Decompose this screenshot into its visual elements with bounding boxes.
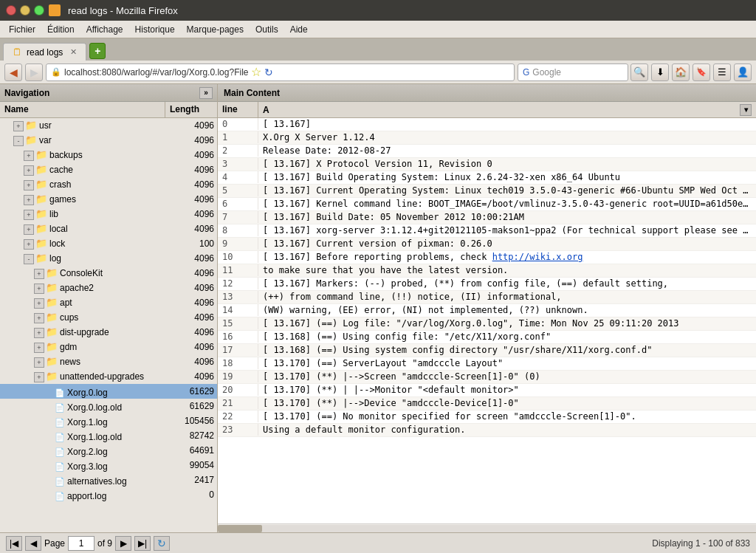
tree-item[interactable]: +📁lock100 [0, 236, 217, 251]
expand-icon[interactable]: + [34, 372, 44, 382]
refresh-icon[interactable]: ↻ [264, 66, 273, 78]
expand-icon[interactable]: + [34, 298, 44, 309]
google-search-bar[interactable]: G Google [518, 63, 628, 81]
tab-read-logs[interactable]: 🗒 read logs ✕ [3, 43, 86, 61]
tree-item[interactable]: 📄alternatives.log2417 [0, 473, 217, 487]
expand-icon[interactable]: + [24, 239, 34, 250]
expand-icon[interactable]: + [24, 165, 34, 176]
expand-icon[interactable]: + [34, 284, 44, 294]
log-rows[interactable]: 0[ 13.167]1X.Org X Server 1.12.42Release… [218, 118, 756, 523]
expand-icon[interactable]: + [34, 269, 44, 279]
close-button[interactable] [6, 5, 16, 16]
refresh-status-button[interactable]: ↻ [154, 536, 170, 551]
next-page-button[interactable]: ▶ [115, 536, 131, 551]
forward-button[interactable]: ▶ [25, 63, 43, 81]
tree-item[interactable]: +📁backups4096 [0, 148, 217, 162]
expand-icon[interactable] [44, 489, 55, 499]
menu-historique[interactable]: Historique [129, 23, 181, 36]
expand-icon[interactable]: + [34, 313, 44, 323]
tree-item[interactable]: 📄Xorg.3.log99054 [0, 458, 217, 473]
search-button[interactable]: 🔍 [630, 63, 648, 81]
tree-item[interactable]: +📁ConsoleKit4096 [0, 266, 217, 281]
tree-item[interactable]: 📄Xorg.1.log.old82742 [0, 428, 217, 443]
tree-item[interactable]: -📁log4096 [0, 251, 217, 266]
expand-icon[interactable]: + [34, 328, 44, 338]
tree-item[interactable]: +📁dist-upgrade4096 [0, 325, 217, 340]
last-page-button[interactable]: ▶| [134, 536, 151, 551]
tree-item[interactable]: +📁lib4096 [0, 207, 217, 221]
expand-icon[interactable]: + [24, 224, 34, 235]
menu-edition[interactable]: Édition [41, 23, 80, 36]
menu-aide[interactable]: Aide [284, 23, 314, 36]
menu-outils[interactable]: Outils [250, 23, 284, 36]
log-line-number: 8 [218, 224, 258, 236]
tree-item[interactable]: 📄apport.log0 [0, 487, 217, 502]
expand-icon[interactable]: + [13, 121, 24, 131]
tree-item[interactable]: 📄Xorg.0.log61629 [0, 384, 217, 399]
bookmark-button[interactable]: 🔖 [693, 63, 710, 81]
home-button[interactable]: 🏠 [672, 63, 690, 81]
tree-item-size: 4096 [169, 179, 217, 190]
expand-icon[interactable]: + [24, 195, 34, 205]
tree-item[interactable]: +📁local4096 [0, 221, 217, 236]
expand-icon[interactable]: - [24, 254, 34, 264]
menu-button[interactable]: ☰ [713, 63, 731, 81]
tree-item[interactable]: +📁cache4096 [0, 162, 217, 177]
url-bar[interactable]: 🔒 localhost:8080/warlog/#/var/log/Xorg.0… [46, 63, 515, 81]
download-button[interactable]: ⬇ [651, 63, 669, 81]
log-link[interactable]: http://wiki.x.org [492, 252, 583, 262]
h-scroll-track[interactable] [218, 525, 756, 532]
tree-item[interactable]: +📁cups4096 [0, 310, 217, 325]
first-page-button[interactable]: |◀ [6, 536, 22, 551]
expand-icon[interactable] [44, 444, 55, 455]
expand-icon[interactable] [44, 400, 55, 411]
google-search-input[interactable]: Google [532, 67, 561, 78]
tree-item[interactable]: -📁var4096 [0, 133, 217, 148]
log-cell-text: [ 13.170] (==) No monitor specified for … [258, 411, 756, 422]
h-scroll-thumb[interactable] [218, 525, 262, 532]
menu-marque-pages[interactable]: Marque-pages [181, 23, 250, 36]
tree-item[interactable]: 📄Xorg.0.log.old61629 [0, 399, 217, 413]
tree-item[interactable]: +📁games4096 [0, 192, 217, 207]
panel-collapse-button[interactable]: » [199, 87, 213, 99]
expand-icon[interactable] [44, 385, 55, 396]
folder-icon: 📁 [35, 164, 47, 175]
expand-icon[interactable]: - [13, 136, 24, 146]
expand-icon[interactable] [44, 415, 55, 425]
tree-item[interactable]: +📁usr4096 [0, 118, 217, 133]
expand-icon[interactable] [44, 430, 55, 440]
tree-item[interactable]: +📁gdm4096 [0, 340, 217, 354]
minimize-button[interactable] [20, 5, 30, 16]
new-tab-button[interactable]: + [89, 43, 106, 59]
expand-icon[interactable]: + [34, 343, 44, 353]
prev-page-button[interactable]: ◀ [25, 536, 41, 551]
account-button[interactable]: 👤 [734, 63, 752, 81]
expand-icon[interactable] [44, 474, 55, 484]
log-link[interactable]: http://www.ubuntu.com/support [743, 225, 756, 236]
expand-icon[interactable]: + [24, 180, 34, 190]
tree-item[interactable]: 📄Xorg.1.log105456 [0, 413, 217, 428]
tree-item[interactable]: +📁unattended-upgrades4096 [0, 369, 217, 384]
tree-item[interactable]: 📄Xorg.2.log64691 [0, 443, 217, 458]
tree-item[interactable]: +📁news4096 [0, 354, 217, 369]
expand-icon[interactable] [44, 459, 55, 470]
menu-affichage[interactable]: Affichage [80, 23, 129, 36]
window-controls[interactable] [6, 5, 44, 16]
tree-item[interactable]: +📁crash4096 [0, 177, 217, 192]
expand-icon[interactable]: + [34, 357, 44, 368]
tree-item[interactable]: +📁apache24096 [0, 281, 217, 295]
page-input[interactable] [68, 536, 94, 551]
back-button[interactable]: ◀ [4, 63, 22, 81]
col-sort-button[interactable]: ▾ [740, 104, 752, 116]
horizontal-scrollbar[interactable] [218, 523, 756, 532]
bookmark-star-icon[interactable]: ☆ [251, 65, 261, 79]
tree-content[interactable]: +📁usr4096-📁var4096+📁backups4096+📁cache40… [0, 118, 217, 532]
maximize-button[interactable] [34, 5, 44, 16]
tree-item[interactable]: +📁apt4096 [0, 295, 217, 310]
tree-item-name: Xorg.1.log.old [67, 432, 122, 442]
expand-icon[interactable]: + [24, 151, 34, 161]
expand-icon[interactable]: + [24, 210, 34, 220]
menu-fichier[interactable]: Fichier [3, 23, 41, 36]
tree-item-name: cups [60, 312, 78, 323]
tab-close-icon[interactable]: ✕ [70, 47, 77, 57]
